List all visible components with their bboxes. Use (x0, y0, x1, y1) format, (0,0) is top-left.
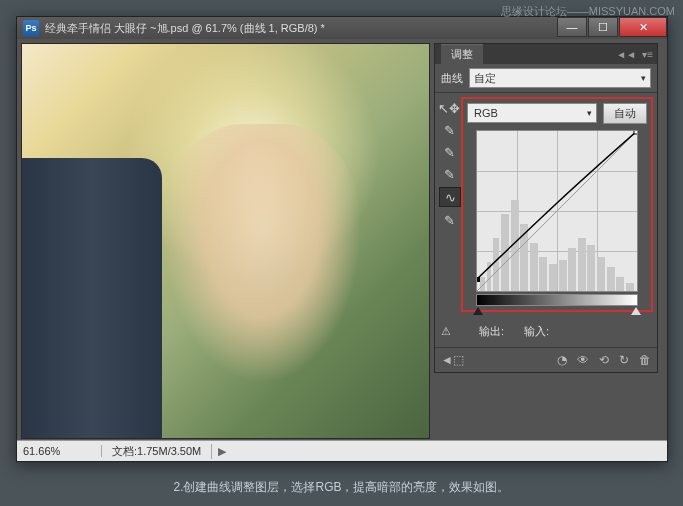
content-area: 调整 ◄◄ ▾≡ 曲线 自定 ↖✥ ✎ ✎ ✎ ∿ (17, 39, 667, 447)
tutorial-caption: 2.创建曲线调整图层，选择RGB，提高暗部的亮度，效果如图。 (0, 479, 683, 496)
zoom-level[interactable]: 61.66% (17, 445, 102, 457)
window-controls: — ☐ ✕ (556, 17, 667, 37)
panels-sidebar: 调整 ◄◄ ▾≡ 曲线 自定 ↖✥ ✎ ✎ ✎ ∿ (434, 43, 658, 443)
input-gradient[interactable] (476, 294, 638, 306)
minimize-button[interactable]: — (557, 17, 587, 37)
preset-row: 曲线 自定 (435, 64, 657, 93)
svg-rect-1 (477, 277, 480, 282)
tab-adjustments[interactable]: 调整 (441, 44, 483, 64)
eyedropper-black-icon[interactable]: ✎ (439, 121, 459, 139)
visibility-icon[interactable]: 👁 (577, 353, 589, 367)
curve-path (477, 131, 637, 291)
app-icon: Ps (23, 20, 39, 36)
eyedropper-white-icon[interactable]: ✎ (439, 165, 459, 183)
panel-bottom-toolbar: ◄⬚ ◔ 👁 ⟲ ↻ 🗑 (435, 347, 657, 372)
curve-point-tool-icon[interactable]: ∿ (439, 187, 461, 207)
statusbar-menu-icon[interactable]: ▶ (212, 445, 232, 458)
eyedropper-gray-icon[interactable]: ✎ (439, 143, 459, 161)
return-icon[interactable]: ◄⬚ (441, 353, 464, 367)
image-subject (22, 158, 162, 438)
channel-row: RGB 自动 (467, 103, 647, 124)
window-title: 经典牵手情侣 大眼仔 ~旭.psd @ 61.7% (曲线 1, RGB/8) … (45, 21, 325, 36)
photoshop-window: Ps 经典牵手情侣 大眼仔 ~旭.psd @ 61.7% (曲线 1, RGB/… (16, 16, 668, 462)
target-adjust-icon[interactable]: ↖✥ (439, 99, 459, 117)
previous-state-icon[interactable]: ⟲ (599, 353, 609, 367)
close-button[interactable]: ✕ (619, 17, 667, 37)
preset-dropdown[interactable]: 自定 (469, 68, 651, 88)
channel-dropdown[interactable]: RGB (467, 103, 597, 123)
white-point-slider[interactable] (631, 307, 641, 315)
curves-tools: ↖✥ ✎ ✎ ✎ ∿ ✎ (439, 97, 461, 312)
maximize-button[interactable]: ☐ (588, 17, 618, 37)
output-label: 输出: (479, 324, 504, 339)
output-input-row: ⚠ 输出: 输入: (435, 316, 657, 347)
adjustments-panel: 调整 ◄◄ ▾≡ 曲线 自定 ↖✥ ✎ ✎ ✎ ∿ (434, 43, 658, 373)
adjustment-type-label: 曲线 (441, 71, 463, 86)
image-subject (162, 124, 362, 384)
image-canvas[interactable] (21, 43, 430, 439)
trash-icon[interactable]: 🗑 (639, 353, 651, 367)
svg-line-0 (477, 131, 637, 291)
svg-rect-2 (634, 131, 637, 134)
document-info[interactable]: 文档:1.75M/3.50M (102, 444, 212, 459)
clip-layer-icon[interactable]: ◔ (557, 353, 567, 367)
panel-tabs: 调整 ◄◄ ▾≡ (435, 44, 657, 64)
reset-icon[interactable]: ↻ (619, 353, 629, 367)
warning-icon: ⚠ (441, 325, 451, 338)
watermark-text: 思缘设计论坛——MISSYUAN.COM (501, 4, 675, 19)
curves-highlight-box: RGB 自动 (461, 97, 653, 312)
panel-collapse-icon[interactable]: ◄◄ (616, 49, 636, 60)
curves-editor: ↖✥ ✎ ✎ ✎ ∿ ✎ RGB 自动 (435, 93, 657, 316)
black-point-slider[interactable] (473, 307, 483, 315)
pencil-tool-icon[interactable]: ✎ (439, 211, 459, 229)
curve-graph[interactable] (476, 130, 638, 292)
status-bar: 61.66% 文档:1.75M/3.50M ▶ (17, 440, 667, 461)
auto-button[interactable]: 自动 (603, 103, 647, 124)
panel-menu-icon[interactable]: ▾≡ (642, 49, 653, 60)
input-label: 输入: (524, 324, 549, 339)
titlebar: Ps 经典牵手情侣 大眼仔 ~旭.psd @ 61.7% (曲线 1, RGB/… (17, 17, 667, 39)
